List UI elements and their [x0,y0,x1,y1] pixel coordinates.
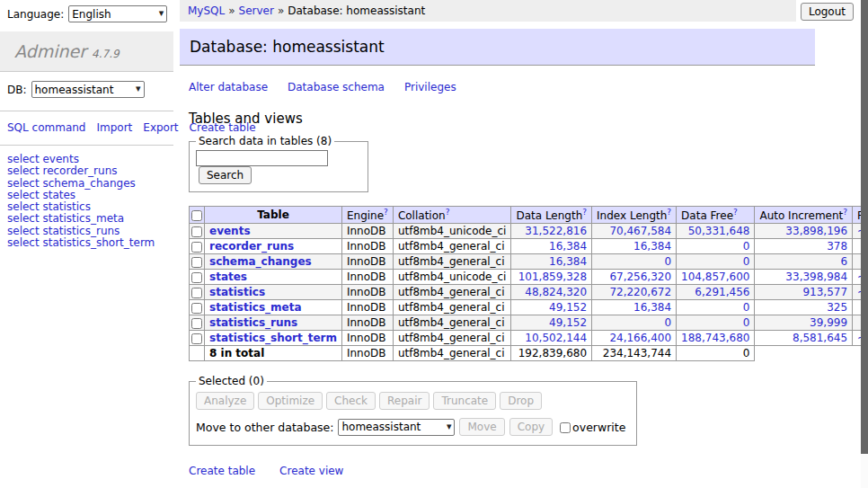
sidebar-table-link[interactable]: select schema_changes [7,178,166,190]
engine-cell: InnoDB [341,285,393,300]
numeric-cell: 325 [755,300,853,315]
row-checkbox-cell [190,270,205,285]
table-row: statesInnoDButf8mb4_unicode_ci101,859,32… [190,270,868,285]
breadcrumb-separator: » [278,4,284,17]
create-link[interactable]: Create table [189,465,255,477]
move-db-select[interactable]: homeassistant [338,419,455,436]
table-name-cell: states [205,270,342,285]
numeric-cell: 33,398,984 [755,270,853,285]
row-checkbox-cell [190,254,205,270]
help-icon[interactable]: ? [582,208,587,217]
database-action-link[interactable]: Alter database [189,81,268,93]
check-button[interactable]: Check [326,392,376,410]
row-checkbox[interactable] [191,318,202,329]
numeric-cell: 101,859,328 [511,270,592,285]
page-title: Database: homeassistant [180,29,815,66]
numeric-cell: 378 [755,239,853,254]
create-link[interactable]: Create view [279,465,343,477]
analyze-button[interactable]: Analyze [196,392,254,410]
total-numeric-cell: 0 [677,346,755,361]
engine-cell: InnoDB [341,331,393,346]
row-checkbox[interactable] [191,288,202,298]
sidebar-action-link[interactable]: Import [96,121,132,134]
truncate-button[interactable]: Truncate [433,392,496,410]
search-input[interactable] [196,150,328,166]
sidebar-action-link[interactable]: SQL command [7,121,85,134]
sidebar: Language:English Adminer 4.7.9 DB:homeas… [0,0,173,488]
column-header: Data Length? [511,207,592,224]
language-select-wrap: English [68,5,167,22]
logout-button[interactable]: Logout [801,3,854,21]
db-label: DB: [7,84,27,96]
help-icon[interactable]: ? [384,208,388,217]
sidebar-table-link[interactable]: select statistics_short_term [7,237,166,249]
copy-button[interactable]: Copy [509,418,553,436]
language-select[interactable]: English [68,5,167,22]
collation-cell: utf8mb4_unicode_ci [393,224,511,239]
selected-legend: Selected (0) [196,375,267,387]
table-name-link[interactable]: schema_changes [209,255,312,268]
table-name-cell: statistics_runs [205,315,342,331]
sidebar-table-link[interactable]: select statistics_meta [7,213,166,225]
breadcrumb-server-link[interactable]: Server [239,4,274,17]
sidebar-table-link[interactable]: select statistics_runs [7,226,166,237]
table-row: recorder_runsInnoDButf8mb4_general_ci16,… [190,239,868,254]
select-all-checkbox[interactable] [191,210,202,221]
row-checkbox[interactable] [191,257,202,268]
table-name-link[interactable]: statistics_short_term [209,332,337,344]
move-button[interactable]: Move [459,418,504,436]
table-name-link[interactable]: statistics_runs [209,316,297,329]
table-name-link[interactable]: recorder_runs [209,240,294,253]
help-icon[interactable]: ? [733,208,738,217]
row-checkbox[interactable] [191,226,202,237]
app-name: Adminer [14,41,86,61]
engine-cell: InnoDB [341,224,393,239]
row-checkbox[interactable] [191,272,202,283]
table-name-link[interactable]: states [209,271,247,283]
row-checkbox[interactable] [191,303,202,314]
header-checkbox-cell [190,207,205,224]
help-icon[interactable]: ? [843,208,847,217]
column-header: Collation? [393,207,511,224]
collation-cell: utf8mb4_general_ci [393,331,511,346]
breadcrumb-mysql-link[interactable]: MySQL [188,4,225,17]
optimize-button[interactable]: Optimize [258,392,323,410]
numeric-cell: 50,331,648 [677,224,755,239]
numeric-cell: 67,256,320 [592,270,677,285]
database-links: Alter databaseDatabase schemaPrivileges [189,81,861,93]
drop-button[interactable]: Drop [500,392,542,410]
search-button[interactable]: Search [199,166,252,184]
sidebar-table-link[interactable]: select events [7,154,166,165]
collation-cell: utf8mb4_unicode_ci [393,270,511,285]
language-form: Language:English [0,0,173,26]
help-icon[interactable]: ? [446,208,450,217]
row-checkbox[interactable] [191,242,202,253]
database-action-link[interactable]: Privileges [404,81,456,93]
row-checkbox-cell [190,331,205,346]
database-action-link[interactable]: Database schema [288,81,385,93]
numeric-cell: 16,384 [592,239,677,254]
create-links: Create tableCreate view [189,465,861,477]
sidebar-table-link[interactable]: select statistics [7,201,166,213]
overwrite-checkbox[interactable] [560,422,571,433]
scrollbar[interactable] [861,0,868,488]
sidebar-table-link[interactable]: select states [7,190,166,201]
total-empty-cell [190,346,205,361]
row-checkbox-cell [190,315,205,331]
scrollbar-thumb[interactable] [861,0,868,454]
sidebar-table-link[interactable]: select recorder_runs [7,165,166,177]
collation-cell: utf8mb4_general_ci [393,285,511,300]
table-name-link[interactable]: events [209,225,251,237]
row-checkbox[interactable] [191,333,202,344]
tables-table: TableEngine?Collation?Data Length?Index … [189,206,868,361]
db-select[interactable]: homeassistant [31,81,145,98]
numeric-cell: 188,743,680 [677,331,755,346]
numeric-cell: 39,999 [755,315,853,331]
help-icon[interactable]: ? [667,208,671,217]
table-row: statistics_metaInnoDButf8mb4_general_ci4… [190,300,868,315]
table-name-link[interactable]: statistics_meta [209,301,302,314]
repair-button[interactable]: Repair [379,392,430,410]
table-name-link[interactable]: statistics [209,286,265,298]
db-select-wrap: homeassistant [31,81,145,98]
numeric-cell: 8,581,645 [755,331,853,346]
